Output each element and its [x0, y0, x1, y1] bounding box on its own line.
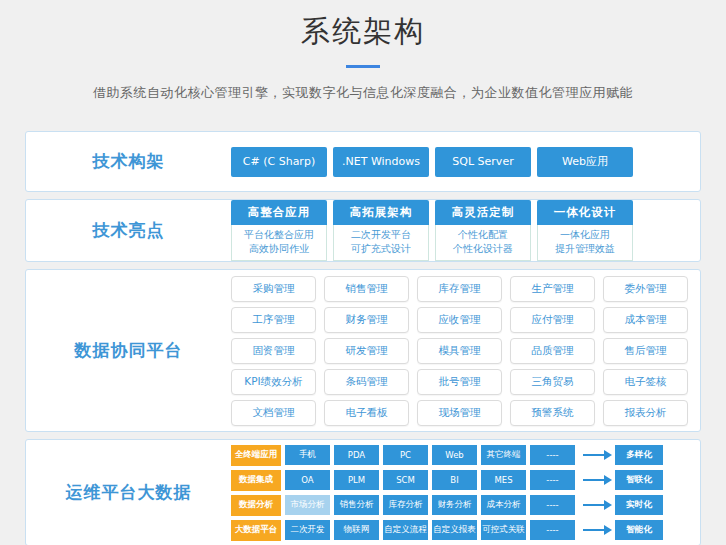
flow-arrow-icon [583, 529, 605, 531]
ops-item-box: Web [432, 445, 477, 465]
ops-platform-label: 运维平台大数据 [26, 481, 231, 504]
platform-module-chip: 委外管理 [603, 276, 688, 302]
tech-framework-buttons: C# (C Sharp).NET WindowsSQL ServerWeb应用 [231, 147, 700, 177]
platform-module-chip: 采购管理 [231, 276, 316, 302]
highlight-card: 高灵活定制个性化配置个性化设计器 [435, 200, 531, 261]
highlight-card: 高整合应用平台化整合应用高效协同作业 [231, 200, 327, 261]
page-title: 系统架构 [0, 12, 726, 52]
highlight-card-line: 可扩充式设计 [334, 242, 428, 256]
ops-item-box: PDA [334, 445, 379, 465]
framework-button: .NET Windows [333, 147, 429, 177]
platform-module-chip: 固资管理 [231, 338, 316, 364]
ops-flow-row: 数据分析市场分析销售分析库存分析财务分析成本分析----实时化 [231, 495, 700, 516]
ops-item-box: MES [481, 470, 526, 490]
framework-button: SQL Server [435, 147, 531, 177]
title-divider [346, 65, 380, 68]
platform-row: KPI绩效分析条码管理批号管理三角贸易电子签核 [231, 369, 700, 395]
ops-item-box: 手机 [285, 445, 330, 465]
ops-flow-row: 全终端应用手机PDAPCWeb其它终端----多样化 [231, 445, 700, 466]
platform-module-chip: 品质管理 [510, 338, 595, 364]
ops-item-box: ---- [530, 495, 575, 515]
platform-row: 文档管理电子看板现场管理预警系统报表分析 [231, 400, 700, 426]
ops-flow-row: 大数据平台二次开发物联网自定义流程自定义报表可控式关联----智能化 [231, 520, 700, 541]
highlight-card-title: 一体化设计 [537, 200, 633, 225]
platform-row: 固资管理研发管理模具管理品质管理售后管理 [231, 338, 700, 364]
highlight-card-body: 二次开发平台可扩充式设计 [333, 225, 429, 261]
ops-result-box: 智联化 [615, 470, 663, 490]
framework-button: C# (C Sharp) [231, 147, 327, 177]
ops-item-box: 市场分析 [285, 495, 330, 515]
section-data-platform: 数据协同平台 采购管理销售管理库存管理生产管理委外管理工序管理财务管理应收管理应… [25, 269, 701, 432]
ops-flow-row: 数据集成OAPLMSCMBIMES----智联化 [231, 470, 700, 491]
platform-module-chip: 生产管理 [510, 276, 595, 302]
highlight-card-title: 高拓展架构 [333, 200, 429, 225]
ops-item-box: 二次开发 [285, 520, 330, 540]
section-tech-highlights: 技术亮点 高整合应用平台化整合应用高效协同作业高拓展架构二次开发平台可扩充式设计… [25, 199, 701, 262]
ops-item-box: OA [285, 470, 330, 490]
platform-module-chip: 电子看板 [324, 400, 409, 426]
platform-module-chip: 库存管理 [417, 276, 502, 302]
platform-module-chip: 现场管理 [417, 400, 502, 426]
ops-item-box: 成本分析 [481, 495, 526, 515]
platform-module-chip: 应收管理 [417, 307, 502, 333]
tech-highlights-cards: 高整合应用平台化整合应用高效协同作业高拓展架构二次开发平台可扩充式设计高灵活定制… [231, 200, 700, 261]
platform-module-chip: 工序管理 [231, 307, 316, 333]
platform-module-chip: 条码管理 [324, 369, 409, 395]
data-platform-grid: 采购管理销售管理库存管理生产管理委外管理工序管理财务管理应收管理应付管理成本管理… [231, 276, 700, 426]
platform-module-chip: 批号管理 [417, 369, 502, 395]
ops-result-box: 智能化 [615, 520, 663, 540]
highlight-card-title: 高整合应用 [231, 200, 327, 225]
ops-item-box: 财务分析 [432, 495, 477, 515]
highlight-card-line: 高效协同作业 [232, 242, 326, 256]
highlight-card: 高拓展架构二次开发平台可扩充式设计 [333, 200, 429, 261]
highlight-card-body: 一体化应用提升管理效益 [537, 225, 633, 261]
framework-button: Web应用 [537, 147, 633, 177]
ops-category-badge: 数据分析 [231, 495, 281, 516]
section-tech-framework: 技术构架 C# (C Sharp).NET WindowsSQL ServerW… [25, 131, 701, 192]
ops-item-box: 库存分析 [383, 495, 428, 515]
platform-row: 工序管理财务管理应收管理应付管理成本管理 [231, 307, 700, 333]
ops-item-box: ---- [530, 520, 575, 540]
platform-row: 采购管理销售管理库存管理生产管理委外管理 [231, 276, 700, 302]
highlight-card-body: 平台化整合应用高效协同作业 [231, 225, 327, 261]
platform-module-chip: 文档管理 [231, 400, 316, 426]
platform-module-chip: 报表分析 [603, 400, 688, 426]
page-subtitle: 借助系统自动化核心管理引擎，实现数字化与信息化深度融合，为企业数值化管理应用赋能 [0, 84, 726, 102]
ops-item-box: PLM [334, 470, 379, 490]
flow-arrow-icon [583, 504, 605, 506]
section-ops-platform: 运维平台大数据 全终端应用手机PDAPCWeb其它终端----多样化数据集成OA… [25, 439, 701, 545]
highlight-card-line: 一体化应用 [538, 228, 632, 242]
ops-item-box: BI [432, 470, 477, 490]
platform-module-chip: 成本管理 [603, 307, 688, 333]
highlight-card-line: 平台化整合应用 [232, 228, 326, 242]
platform-module-chip: 模具管理 [417, 338, 502, 364]
sections-container: 技术构架 C# (C Sharp).NET WindowsSQL ServerW… [25, 131, 701, 545]
highlight-card-line: 个性化配置 [436, 228, 530, 242]
platform-module-chip: 预警系统 [510, 400, 595, 426]
ops-item-box: ---- [530, 445, 575, 465]
ops-platform-rows: 全终端应用手机PDAPCWeb其它终端----多样化数据集成OAPLMSCMBI… [231, 445, 700, 541]
tech-highlights-label: 技术亮点 [26, 219, 231, 242]
ops-item-box: 物联网 [334, 520, 379, 540]
ops-item-box: PC [383, 445, 428, 465]
highlight-card-body: 个性化配置个性化设计器 [435, 225, 531, 261]
platform-module-chip: KPI绩效分析 [231, 369, 316, 395]
ops-category-badge: 数据集成 [231, 470, 281, 491]
ops-item-box: 其它终端 [481, 445, 526, 465]
tech-framework-label: 技术构架 [26, 150, 231, 173]
ops-category-badge: 全终端应用 [231, 445, 281, 466]
platform-module-chip: 财务管理 [324, 307, 409, 333]
flow-arrow-icon [583, 454, 605, 456]
platform-module-chip: 电子签核 [603, 369, 688, 395]
ops-category-badge: 大数据平台 [231, 520, 281, 541]
ops-item-box: 销售分析 [334, 495, 379, 515]
page-header: 系统架构 借助系统自动化核心管理引擎，实现数字化与信息化深度融合，为企业数值化管… [0, 0, 726, 102]
highlight-card: 一体化设计一体化应用提升管理效益 [537, 200, 633, 261]
platform-module-chip: 研发管理 [324, 338, 409, 364]
highlight-card-line: 提升管理效益 [538, 242, 632, 256]
flow-arrow-icon [583, 479, 605, 481]
highlight-card-line: 二次开发平台 [334, 228, 428, 242]
platform-module-chip: 售后管理 [603, 338, 688, 364]
ops-item-box: 自定义报表 [432, 520, 477, 540]
highlight-card-line: 个性化设计器 [436, 242, 530, 256]
